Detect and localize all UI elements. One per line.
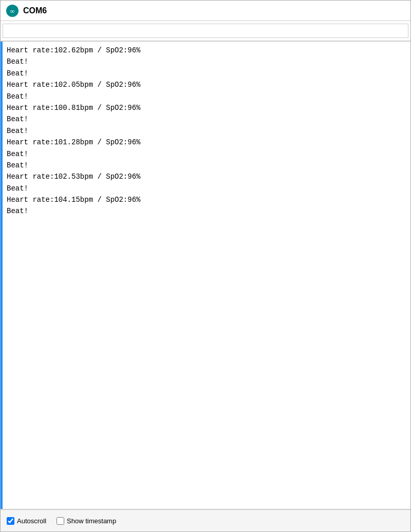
bottom-bar: Autoscroll Show timestamp [1,509,410,531]
serial-line: Beat! [7,113,406,125]
serial-line: Beat! [7,148,406,160]
serial-line: Beat! [7,183,406,194]
timestamp-text: Show timestamp [67,517,116,525]
serial-line: Heart rate:102.53bpm / SpO2:96% [7,171,406,182]
timestamp-label[interactable]: Show timestamp [57,517,116,525]
serial-line: Beat! [7,91,406,102]
serial-line: Heart rate:100.81bpm / SpO2:96% [7,102,406,113]
serial-line: Heart rate:104.15bpm / SpO2:96% [7,194,406,205]
input-bar [1,21,410,42]
serial-line: Beat! [7,205,406,217]
serial-input[interactable] [3,24,408,38]
serial-line: Beat! [7,125,406,137]
serial-line: Heart rate:102.62bpm / SpO2:96% [7,45,406,56]
serial-line: Beat! [7,160,406,171]
autoscroll-checkbox[interactable] [7,517,14,525]
serial-line: Heart rate:102.05bpm / SpO2:96% [7,79,406,90]
serial-monitor-window: ∞ COM6 Heart rate:102.62bpm / SpO2:96%Be… [0,0,411,532]
serial-line: Heart rate:101.28bpm / SpO2:96% [7,137,406,148]
svg-text:∞: ∞ [10,7,14,15]
timestamp-checkbox[interactable] [57,517,64,525]
title-bar: ∞ COM6 [1,1,410,21]
arduino-icon: ∞ [6,4,19,17]
autoscroll-text: Autoscroll [17,517,46,525]
autoscroll-label[interactable]: Autoscroll [7,517,46,525]
serial-line: Beat! [7,68,406,79]
serial-line: Beat! [7,56,406,67]
serial-output: Heart rate:102.62bpm / SpO2:96%Beat!Beat… [1,42,410,509]
window-title: COM6 [23,6,47,15]
